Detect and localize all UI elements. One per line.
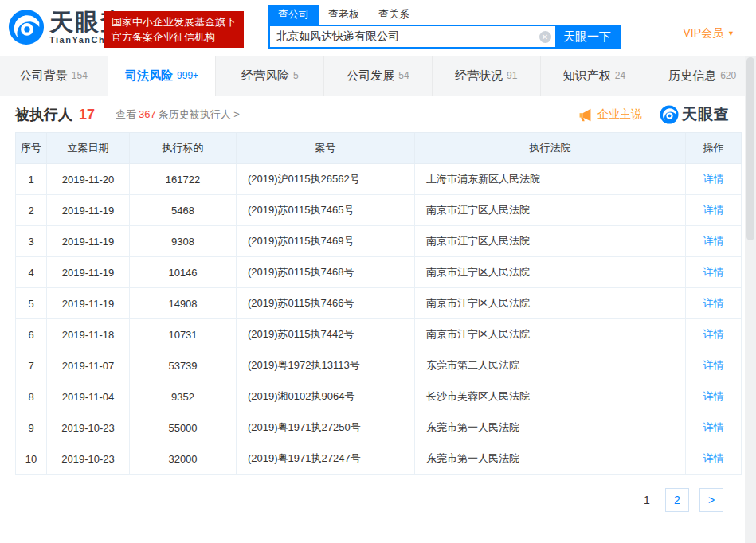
cell-date: 2019-11-19: [47, 195, 130, 226]
detail-link[interactable]: 详情: [703, 173, 724, 185]
cell-case-number: (2019)苏0115执7465号: [237, 195, 415, 226]
cell-court: 南京市江宁区人民法院: [415, 226, 686, 257]
cell-case-number: (2019)苏0115执7466号: [237, 288, 415, 319]
cell-seq: 6: [16, 319, 47, 350]
pagination: 1 2 >: [15, 488, 730, 512]
scrollbar-thumb[interactable]: [746, 57, 754, 240]
tab-operation-risk[interactable]: 经营风险 5: [216, 56, 324, 96]
search-tab-boss[interactable]: 查老板: [319, 5, 369, 25]
tab-operation-status[interactable]: 经营状况 91: [433, 56, 541, 96]
section-title: 被执行人: [15, 105, 72, 124]
page-2-button[interactable]: 2: [665, 488, 689, 512]
search-area: 查公司 查老板 查关系 ✕ 天眼一下: [268, 6, 621, 49]
gov-certification-badge: 国家中小企业发展基金旗下 官方备案企业征信机构: [104, 11, 244, 48]
cell-court: 南京市江宁区人民法院: [415, 195, 686, 226]
view-history-link[interactable]: 查看367条历史被执行人 >: [116, 107, 240, 122]
cell-case-number: (2019)苏0115执7469号: [237, 226, 415, 257]
col-case-number: 案号: [237, 133, 415, 164]
cell-court: 东莞市第一人民法院: [415, 443, 686, 475]
cell-amount: 9308: [130, 226, 237, 257]
col-execution-target: 执行标的: [130, 133, 237, 164]
company-nav-tabs: 公司背景 154 司法风险 999+ 经营风险 5 公司发展 54 经营状况 9…: [0, 56, 756, 96]
table-row: 5 2019-11-19 14908 (2019)苏0115执7466号 南京市…: [16, 288, 742, 319]
cell-court: 上海市浦东新区人民法院: [415, 164, 686, 195]
tab-judicial-risk[interactable]: 司法风险 999+: [108, 56, 217, 96]
watermark-logo: 天眼查: [660, 104, 730, 125]
badge-line2: 官方备案企业征信机构: [112, 29, 236, 45]
table-row: 1 2019-11-20 161722 (2019)沪0115执26562号 上…: [16, 164, 742, 195]
cell-amount: 10731: [130, 319, 237, 350]
clear-search-button[interactable]: ✕: [535, 26, 555, 47]
cell-date: 2019-10-23: [47, 443, 130, 475]
cell-amount: 55000: [130, 412, 237, 443]
scrollbar-track[interactable]: [745, 56, 756, 543]
table-row: 6 2019-11-18 10731 (2019)苏0115执7442号 南京市…: [16, 319, 742, 350]
cell-court: 东莞市第二人民法院: [415, 350, 686, 381]
page-1-current[interactable]: 1: [639, 494, 655, 506]
cell-case-number: (2019)湘0102执9064号: [237, 381, 415, 412]
detail-link[interactable]: 详情: [703, 204, 724, 216]
detail-link[interactable]: 详情: [703, 328, 724, 340]
cell-case-number: (2019)苏0115执7468号: [237, 257, 415, 288]
vip-member-menu[interactable]: VIP会员 ▼: [684, 26, 735, 41]
tab-company-background[interactable]: 公司背景 154: [0, 56, 108, 96]
table-row: 8 2019-11-04 9352 (2019)湘0102执9064号 长沙市芙…: [16, 381, 742, 412]
cell-date: 2019-11-18: [47, 319, 130, 350]
col-seq: 序号: [16, 133, 47, 164]
col-filing-date: 立案日期: [47, 133, 130, 164]
main-content: 被执行人 17 查看367条历史被执行人 > 企业主说: [0, 96, 745, 512]
search-button[interactable]: 天眼一下: [555, 26, 619, 47]
search-input[interactable]: [270, 26, 535, 47]
tab-intellectual-property[interactable]: 知识产权 24: [541, 56, 649, 96]
vip-label: VIP会员: [684, 26, 724, 41]
badge-line1: 国家中小企业发展基金旗下: [112, 14, 236, 29]
cell-case-number: (2019)粤1971执27250号: [237, 412, 415, 443]
cell-date: 2019-11-19: [47, 226, 130, 257]
cell-court: 长沙市芙蓉区人民法院: [415, 381, 686, 412]
cell-seq: 2: [16, 195, 47, 226]
cell-seq: 10: [16, 443, 47, 475]
table-row: 2 2019-11-19 5468 (2019)苏0115执7465号 南京市江…: [16, 195, 742, 226]
cell-seq: 7: [16, 350, 47, 381]
detail-link[interactable]: 详情: [703, 266, 724, 278]
watermark-text: 天眼查: [682, 104, 730, 125]
table-row: 10 2019-10-23 32000 (2019)粤1971执27247号 东…: [16, 443, 742, 475]
table-row: 9 2019-10-23 55000 (2019)粤1971执27250号 东莞…: [16, 412, 742, 443]
cell-seq: 3: [16, 226, 47, 257]
cell-amount: 14908: [130, 288, 237, 319]
cell-seq: 9: [16, 412, 47, 443]
search-tab-company[interactable]: 查公司: [268, 5, 319, 25]
tab-company-development[interactable]: 公司发展 54: [324, 56, 433, 96]
table-header-row: 序号 立案日期 执行标的 案号 执行法院 操作: [16, 133, 742, 164]
cell-date: 2019-11-07: [47, 350, 130, 381]
detail-link[interactable]: 详情: [703, 297, 724, 309]
tab-history-info[interactable]: 历史信息 620: [648, 56, 756, 96]
cell-seq: 5: [16, 288, 47, 319]
cell-date: 2019-11-19: [47, 288, 130, 319]
cell-date: 2019-10-23: [47, 412, 130, 443]
page: 天眼查 TianYanCha.com 国家中小企业发展基金旗下 官方备案企业征信…: [0, 0, 756, 543]
cell-court: 南京市江宁区人民法院: [415, 319, 686, 350]
section-header: 被执行人 17 查看367条历史被执行人 > 企业主说: [15, 97, 730, 132]
search-tabs: 查公司 查老板 查关系: [268, 6, 621, 25]
table-row: 7 2019-11-07 53739 (2019)粤1972执13113号 东莞…: [16, 350, 742, 381]
section-count-badge: 17: [79, 107, 95, 123]
cell-case-number: (2019)粤1971执27247号: [237, 443, 415, 475]
cell-seq: 4: [16, 257, 47, 288]
next-page-button[interactable]: >: [699, 488, 723, 512]
cell-seq: 8: [16, 381, 47, 412]
top-header: 天眼查 TianYanCha.com 国家中小企业发展基金旗下 官方备案企业征信…: [0, 0, 756, 56]
detail-link[interactable]: 详情: [703, 421, 724, 433]
detail-link[interactable]: 详情: [703, 390, 724, 402]
megaphone-icon: [578, 108, 593, 122]
detail-link[interactable]: 详情: [703, 452, 724, 464]
owner-say-link[interactable]: 企业主说: [578, 107, 642, 122]
table-body: 1 2019-11-20 161722 (2019)沪0115执26562号 上…: [16, 164, 742, 475]
cell-amount: 5468: [130, 195, 237, 226]
search-tab-relation[interactable]: 查关系: [369, 5, 419, 25]
cell-case-number: (2019)沪0115执26562号: [237, 164, 415, 195]
cell-date: 2019-11-04: [47, 381, 130, 412]
detail-link[interactable]: 详情: [703, 359, 724, 371]
detail-link[interactable]: 详情: [703, 235, 724, 247]
cell-amount: 9352: [130, 381, 237, 412]
